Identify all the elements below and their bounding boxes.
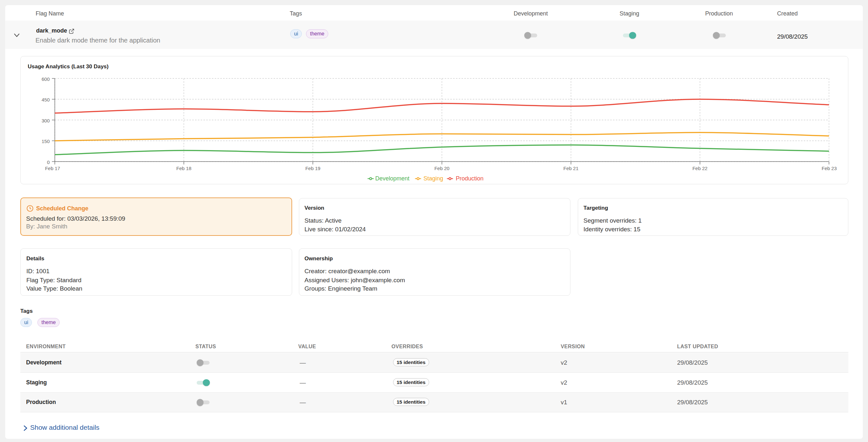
svg-text:150: 150 [41, 139, 50, 144]
svg-text:Feb 22: Feb 22 [692, 166, 707, 171]
svg-text:Feb 20: Feb 20 [434, 166, 450, 171]
svg-text:Feb 18: Feb 18 [176, 166, 191, 171]
svg-text:Feb 21: Feb 21 [563, 166, 579, 171]
svg-text:450: 450 [41, 97, 50, 102]
svg-text:Feb 19: Feb 19 [305, 166, 320, 171]
svg-text:Feb 23: Feb 23 [822, 166, 837, 171]
svg-text:600: 600 [41, 76, 50, 82]
svg-text:300: 300 [41, 118, 50, 124]
svg-text:0: 0 [47, 160, 50, 165]
svg-text:Feb 17: Feb 17 [45, 166, 60, 171]
